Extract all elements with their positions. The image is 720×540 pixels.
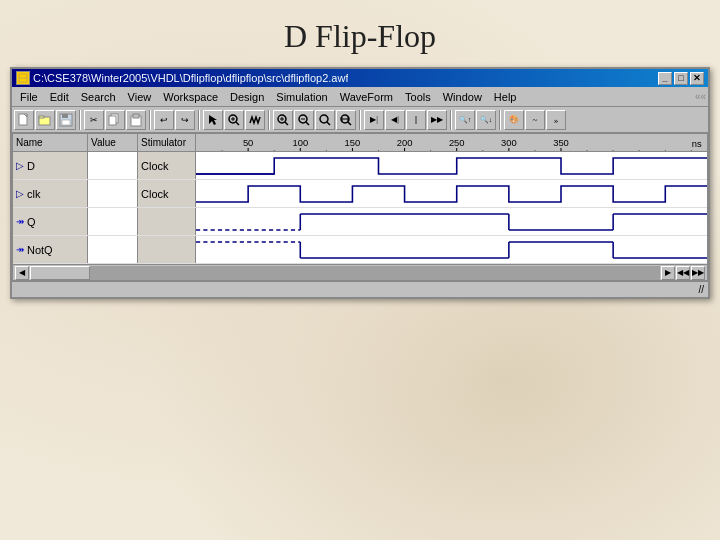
menu-simulation[interactable]: Simulation [270, 90, 333, 104]
toolbar-sep-3 [198, 110, 200, 130]
signal-stim-clk: Clock [138, 180, 196, 207]
menu-waveform[interactable]: WaveForm [334, 90, 399, 104]
toolbar-copy[interactable] [105, 110, 125, 130]
signal-arrow-D: ▷ [16, 160, 24, 171]
toolbar-sim-2[interactable]: ◀| [385, 110, 405, 130]
menu-help[interactable]: Help [488, 90, 523, 104]
scrollbar-horizontal: ◀ ▶ ◀◀ ▶▶ [13, 264, 707, 280]
svg-text:150: 150 [345, 138, 361, 148]
time-scale-area: ns 50 100 150 200 250 300 350 [196, 134, 707, 151]
menu-design[interactable]: Design [224, 90, 270, 104]
toolbar-zoom-in[interactable] [273, 110, 293, 130]
menu-extra: «« [695, 91, 706, 102]
toolbar-paste[interactable] [126, 110, 146, 130]
app-icon [16, 71, 30, 85]
toolbar-save[interactable] [56, 110, 76, 130]
scroll-thumb[interactable] [30, 266, 90, 280]
signal-value-clk [88, 180, 138, 207]
toolbar-search-2[interactable]: 🔍↓ [476, 110, 496, 130]
signal-stim-Q [138, 208, 196, 235]
waveform-svg-Q [196, 208, 707, 235]
menu-tools[interactable]: Tools [399, 90, 437, 104]
col-value-header: Value [88, 134, 138, 151]
page-title: D Flip-Flop [284, 18, 436, 55]
toolbar-sim-4[interactable]: ▶▶ [427, 110, 447, 130]
svg-text:200: 200 [397, 138, 413, 148]
svg-text:250: 250 [449, 138, 465, 148]
toolbar-sep-7 [499, 110, 501, 130]
svg-text:ns: ns [692, 139, 702, 149]
col-stim-header: Stimulator [138, 134, 196, 151]
signal-name-Q: ↠ Q [13, 208, 88, 235]
signal-name-clk: ▷ clk [13, 180, 88, 207]
signal-row-Q: ↠ Q [13, 208, 707, 236]
svg-line-24 [327, 122, 330, 125]
scroll-right-button[interactable]: ▶ [661, 266, 675, 280]
toolbar-signal-2[interactable]: » [546, 110, 566, 130]
signal-wave-Q [196, 208, 707, 235]
svg-text:350: 350 [553, 138, 569, 148]
toolbar-new[interactable] [14, 110, 34, 130]
scroll-end-button[interactable]: ▶▶ [691, 266, 705, 280]
toolbar-redo[interactable]: ↪ [175, 110, 195, 130]
toolbar: ✂ ↩ ↪ [12, 107, 708, 133]
svg-text:100: 100 [292, 138, 308, 148]
toolbar-color[interactable]: 🎨 [504, 110, 524, 130]
signal-wave-clk [196, 180, 707, 207]
title-bar-buttons: _ □ ✕ [658, 72, 704, 85]
time-scale-svg: ns 50 100 150 200 250 300 350 [196, 134, 707, 151]
toolbar-sim-1[interactable]: ▶| [364, 110, 384, 130]
scroll-start-button[interactable]: ◀◀ [676, 266, 690, 280]
toolbar-cut[interactable]: ✂ [84, 110, 104, 130]
svg-line-17 [285, 122, 288, 125]
signal-name-NotQ: ↠ NotQ [13, 236, 88, 263]
signal-row-D: ▷ D Clock [13, 152, 707, 180]
toolbar-zoom-all[interactable] [336, 110, 356, 130]
svg-line-26 [348, 122, 351, 125]
menu-workspace[interactable]: Workspace [157, 90, 224, 104]
svg-line-21 [306, 122, 309, 125]
scroll-track[interactable] [30, 266, 660, 280]
toolbar-sim-3[interactable]: || [406, 110, 426, 130]
signal-row-clk: ▷ clk Clock [13, 180, 707, 208]
waveform-svg-clk [196, 180, 707, 207]
menu-window[interactable]: Window [437, 90, 488, 104]
signal-arrow-NotQ: ↠ [16, 244, 24, 255]
toolbar-waveform-edit[interactable] [245, 110, 265, 130]
toolbar-zoom-region[interactable] [224, 110, 244, 130]
toolbar-zoom-out[interactable] [294, 110, 314, 130]
title-bar-text: C:\CSE378\Winter2005\VHDL\Dflipflop\dfli… [33, 72, 348, 84]
close-button[interactable]: ✕ [690, 72, 704, 85]
scroll-left-button[interactable]: ◀ [15, 266, 29, 280]
toolbar-select[interactable] [203, 110, 223, 130]
svg-point-23 [320, 115, 328, 123]
menu-edit[interactable]: Edit [44, 90, 75, 104]
maximize-button[interactable]: □ [674, 72, 688, 85]
menu-view[interactable]: View [122, 90, 158, 104]
menu-search[interactable]: Search [75, 90, 122, 104]
title-bar: C:\CSE378\Winter2005\VHDL\Dflipflop\dfli… [12, 69, 708, 87]
signal-row-NotQ: ↠ NotQ [13, 236, 707, 264]
menu-file[interactable]: File [14, 90, 44, 104]
waveform-svg-NotQ [196, 236, 707, 263]
toolbar-signal-1[interactable]: ~ [525, 110, 545, 130]
svg-text:300: 300 [501, 138, 517, 148]
waveform-svg-D [196, 152, 707, 179]
toolbar-zoom-fit[interactable] [315, 110, 335, 130]
toolbar-undo[interactable]: ↩ [154, 110, 174, 130]
toolbar-search-1[interactable]: 🔍↑ [455, 110, 475, 130]
signal-wave-D [196, 152, 707, 179]
svg-rect-6 [62, 114, 68, 118]
toolbar-open[interactable] [35, 110, 55, 130]
signal-value-NotQ [88, 236, 138, 263]
signal-arrow-Q: ↠ [16, 216, 24, 227]
app-window: C:\CSE378\Winter2005\VHDL\Dflipflop\dfli… [10, 67, 710, 299]
toolbar-sep-6 [450, 110, 452, 130]
toolbar-sep-4 [268, 110, 270, 130]
signal-arrow-clk: ▷ [16, 188, 24, 199]
minimize-button[interactable]: _ [658, 72, 672, 85]
signal-value-Q [88, 208, 138, 235]
signal-stim-NotQ [138, 236, 196, 263]
toolbar-sep-2 [149, 110, 151, 130]
resize-icon: // [698, 284, 704, 295]
